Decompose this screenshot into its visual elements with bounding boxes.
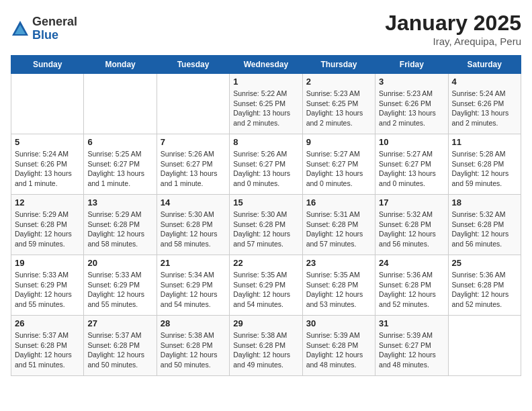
- day-number: 11: [452, 137, 517, 147]
- day-number: 30: [306, 318, 371, 328]
- day-header-tuesday: Tuesday: [157, 56, 229, 74]
- day-number: 9: [306, 137, 371, 147]
- day-info: Sunrise: 5:27 AM Sunset: 6:27 PM Dayligh…: [379, 149, 444, 189]
- day-number: 29: [233, 318, 298, 328]
- day-info: Sunrise: 5:38 AM Sunset: 6:28 PM Dayligh…: [233, 330, 298, 370]
- calendar-cell: 29Sunrise: 5:38 AM Sunset: 6:28 PM Dayli…: [230, 316, 302, 376]
- calendar-cell: 30Sunrise: 5:39 AM Sunset: 6:28 PM Dayli…: [302, 316, 375, 376]
- location-text: Iray, Arequipa, Peru: [385, 36, 521, 47]
- calendar-cell: 1Sunrise: 5:22 AM Sunset: 6:25 PM Daylig…: [230, 74, 302, 134]
- day-number: 17: [379, 197, 444, 208]
- calendar-week-row: 1Sunrise: 5:22 AM Sunset: 6:25 PM Daylig…: [11, 74, 521, 134]
- calendar-cell: 17Sunrise: 5:32 AM Sunset: 6:28 PM Dayli…: [375, 195, 448, 255]
- day-number: 5: [15, 137, 80, 147]
- calendar-cell: 4Sunrise: 5:24 AM Sunset: 6:26 PM Daylig…: [448, 74, 521, 134]
- day-number: 19: [15, 258, 80, 268]
- calendar-cell: [448, 316, 521, 376]
- logo-blue-text: Blue: [32, 29, 77, 42]
- day-info: Sunrise: 5:39 AM Sunset: 6:27 PM Dayligh…: [379, 330, 444, 370]
- day-number: 24: [379, 258, 444, 268]
- day-info: Sunrise: 5:26 AM Sunset: 6:27 PM Dayligh…: [233, 149, 298, 189]
- day-info: Sunrise: 5:33 AM Sunset: 6:29 PM Dayligh…: [87, 270, 152, 310]
- day-header-monday: Monday: [84, 56, 157, 74]
- calendar-cell: 27Sunrise: 5:37 AM Sunset: 6:28 PM Dayli…: [84, 316, 157, 376]
- day-number: 8: [233, 137, 298, 147]
- calendar-cell: 21Sunrise: 5:34 AM Sunset: 6:29 PM Dayli…: [157, 255, 229, 316]
- calendar-cell: [157, 74, 229, 134]
- calendar-cell: 19Sunrise: 5:33 AM Sunset: 6:29 PM Dayli…: [11, 255, 84, 316]
- day-info: Sunrise: 5:36 AM Sunset: 6:28 PM Dayligh…: [379, 270, 444, 310]
- day-number: 7: [161, 137, 226, 147]
- calendar-cell: 5Sunrise: 5:24 AM Sunset: 6:26 PM Daylig…: [11, 134, 84, 195]
- calendar-week-row: 12Sunrise: 5:29 AM Sunset: 6:28 PM Dayli…: [11, 195, 521, 255]
- calendar-cell: 28Sunrise: 5:38 AM Sunset: 6:28 PM Dayli…: [157, 316, 229, 376]
- day-number: 12: [15, 197, 80, 208]
- day-info: Sunrise: 5:34 AM Sunset: 6:29 PM Dayligh…: [161, 270, 226, 310]
- day-info: Sunrise: 5:38 AM Sunset: 6:28 PM Dayligh…: [161, 330, 226, 370]
- day-header-sunday: Sunday: [11, 56, 84, 74]
- title-block: January 2025 Iray, Arequipa, Peru: [385, 11, 521, 47]
- day-number: 3: [379, 77, 444, 87]
- calendar-cell: 7Sunrise: 5:26 AM Sunset: 6:27 PM Daylig…: [157, 134, 229, 195]
- day-info: Sunrise: 5:32 AM Sunset: 6:28 PM Dayligh…: [379, 210, 444, 249]
- day-info: Sunrise: 5:29 AM Sunset: 6:28 PM Dayligh…: [15, 210, 80, 249]
- day-number: 13: [87, 197, 152, 208]
- day-header-friday: Friday: [375, 56, 448, 74]
- day-info: Sunrise: 5:23 AM Sunset: 6:26 PM Dayligh…: [379, 89, 444, 128]
- day-info: Sunrise: 5:23 AM Sunset: 6:25 PM Dayligh…: [306, 89, 371, 128]
- day-info: Sunrise: 5:22 AM Sunset: 6:25 PM Dayligh…: [233, 89, 298, 128]
- calendar-cell: 20Sunrise: 5:33 AM Sunset: 6:29 PM Dayli…: [84, 255, 157, 316]
- calendar-cell: 15Sunrise: 5:30 AM Sunset: 6:28 PM Dayli…: [230, 195, 302, 255]
- day-info: Sunrise: 5:36 AM Sunset: 6:28 PM Dayligh…: [452, 270, 517, 310]
- day-info: Sunrise: 5:30 AM Sunset: 6:28 PM Dayligh…: [161, 210, 226, 249]
- day-number: 21: [161, 258, 226, 268]
- calendar-cell: 26Sunrise: 5:37 AM Sunset: 6:28 PM Dayli…: [11, 316, 84, 376]
- day-info: Sunrise: 5:35 AM Sunset: 6:28 PM Dayligh…: [306, 270, 371, 310]
- calendar-header-row: SundayMondayTuesdayWednesdayThursdayFrid…: [11, 56, 521, 74]
- day-number: 20: [87, 258, 152, 268]
- calendar-cell: 12Sunrise: 5:29 AM Sunset: 6:28 PM Dayli…: [11, 195, 84, 255]
- day-info: Sunrise: 5:24 AM Sunset: 6:26 PM Dayligh…: [15, 149, 80, 189]
- calendar-cell: 2Sunrise: 5:23 AM Sunset: 6:25 PM Daylig…: [302, 74, 375, 134]
- day-number: 14: [161, 197, 226, 208]
- day-info: Sunrise: 5:31 AM Sunset: 6:28 PM Dayligh…: [306, 210, 371, 249]
- calendar-cell: 6Sunrise: 5:25 AM Sunset: 6:27 PM Daylig…: [84, 134, 157, 195]
- calendar-week-row: 26Sunrise: 5:37 AM Sunset: 6:28 PM Dayli…: [11, 316, 521, 376]
- logo: General Blue: [11, 15, 77, 42]
- day-number: 22: [233, 258, 298, 268]
- day-info: Sunrise: 5:26 AM Sunset: 6:27 PM Dayligh…: [161, 149, 226, 189]
- day-info: Sunrise: 5:30 AM Sunset: 6:28 PM Dayligh…: [233, 210, 298, 249]
- day-info: Sunrise: 5:29 AM Sunset: 6:28 PM Dayligh…: [87, 210, 152, 249]
- calendar-cell: 22Sunrise: 5:35 AM Sunset: 6:29 PM Dayli…: [230, 255, 302, 316]
- day-info: Sunrise: 5:28 AM Sunset: 6:28 PM Dayligh…: [452, 149, 517, 189]
- day-info: Sunrise: 5:25 AM Sunset: 6:27 PM Dayligh…: [87, 149, 152, 189]
- calendar-table: SundayMondayTuesdayWednesdayThursdayFrid…: [11, 55, 521, 376]
- day-info: Sunrise: 5:27 AM Sunset: 6:27 PM Dayligh…: [306, 149, 371, 189]
- calendar-week-row: 19Sunrise: 5:33 AM Sunset: 6:29 PM Dayli…: [11, 255, 521, 316]
- day-info: Sunrise: 5:35 AM Sunset: 6:29 PM Dayligh…: [233, 270, 298, 310]
- day-header-thursday: Thursday: [302, 56, 375, 74]
- calendar-cell: 13Sunrise: 5:29 AM Sunset: 6:28 PM Dayli…: [84, 195, 157, 255]
- day-info: Sunrise: 5:24 AM Sunset: 6:26 PM Dayligh…: [452, 89, 517, 128]
- calendar-cell: [11, 74, 84, 134]
- day-number: 1: [233, 77, 298, 87]
- day-info: Sunrise: 5:37 AM Sunset: 6:28 PM Dayligh…: [87, 330, 152, 370]
- calendar-cell: 14Sunrise: 5:30 AM Sunset: 6:28 PM Dayli…: [157, 195, 229, 255]
- day-info: Sunrise: 5:33 AM Sunset: 6:29 PM Dayligh…: [15, 270, 80, 310]
- day-number: 15: [233, 197, 298, 208]
- day-number: 18: [452, 197, 517, 208]
- calendar-cell: 9Sunrise: 5:27 AM Sunset: 6:27 PM Daylig…: [302, 134, 375, 195]
- day-number: 23: [306, 258, 371, 268]
- day-number: 25: [452, 258, 517, 268]
- calendar-cell: 11Sunrise: 5:28 AM Sunset: 6:28 PM Dayli…: [448, 134, 521, 195]
- page-header: General Blue January 2025 Iray, Arequipa…: [11, 11, 521, 47]
- calendar-cell: 25Sunrise: 5:36 AM Sunset: 6:28 PM Dayli…: [448, 255, 521, 316]
- day-header-saturday: Saturday: [448, 56, 521, 74]
- calendar-cell: 18Sunrise: 5:32 AM Sunset: 6:28 PM Dayli…: [448, 195, 521, 255]
- day-number: 10: [379, 137, 444, 147]
- day-number: 31: [379, 318, 444, 328]
- calendar-cell: 23Sunrise: 5:35 AM Sunset: 6:28 PM Dayli…: [302, 255, 375, 316]
- calendar-cell: 16Sunrise: 5:31 AM Sunset: 6:28 PM Dayli…: [302, 195, 375, 255]
- day-number: 4: [452, 77, 517, 87]
- calendar-cell: [84, 74, 157, 134]
